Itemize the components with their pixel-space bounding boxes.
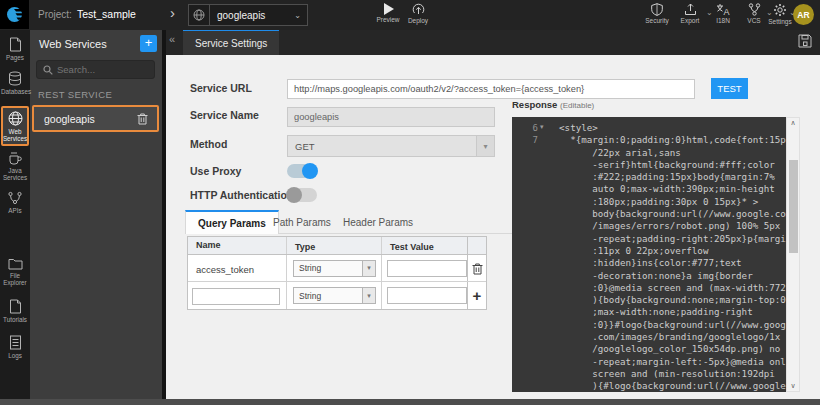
sidebar-item-java-services[interactable]: Java Services [0,151,30,181]
panel-divider [162,29,166,399]
panel-title: Web Services [39,38,107,50]
service-settings-content: Service URL TEST Service Name Method GET… [166,55,820,399]
table-new-row: String▾ + [188,282,486,309]
response-editable-suffix: (Editable) [560,101,594,110]
tab-header-params[interactable]: Header Params [331,210,425,234]
globe-icon [189,5,210,25]
rest-service-section-label: REST SERVICE [38,89,112,100]
service-name-label: Service Name [190,109,259,121]
wavemaker-logo-icon [6,6,23,23]
code-fold-icon[interactable]: ▾ [540,123,544,131]
sidebar-item-file-explorer[interactable]: File Explorer [0,257,30,286]
main-tab-bar: « Service Settings [166,29,820,55]
search-input[interactable] [57,64,145,75]
export-button[interactable]: Export [673,3,707,24]
export-icon [684,3,697,16]
response-label: Response (Editable) [512,99,594,110]
query-params-table: Name Type Test Value access_token String… [187,236,487,310]
new-param-name-input[interactable] [192,288,280,305]
chevron-down-icon: ▾ [362,261,375,276]
tutorial-page-icon [9,299,22,314]
sidebar-item-tutorials[interactable]: Tutorials [0,299,30,323]
api-nodes-icon [8,191,22,205]
add-service-button[interactable]: + [140,35,157,52]
window-bottom-edge [0,399,820,405]
use-proxy-toggle[interactable] [287,164,317,178]
gear-icon [773,3,787,17]
response-code-editor[interactable]: 6 7 ▾ <style> *{margin:0;padding:0}html,… [512,117,786,392]
top-bar: Project: Test_sample › googleapis ⌄ Prev… [0,0,820,30]
column-header-type: Type [286,237,381,254]
column-header-actions [467,237,486,254]
toggle-knob [302,163,318,179]
chevron-down-icon: ⌄ [294,11,301,20]
chevron-down-icon: ▾ [362,288,375,303]
method-select[interactable]: GET ▾ [287,135,495,157]
search-icon [43,65,53,75]
delete-param-button[interactable] [467,255,486,281]
editor-code-text[interactable]: <style> *{margin:0;padding:0}html,code{f… [548,122,782,392]
method-label: Method [190,138,227,150]
folder-icon [8,257,23,270]
scroll-down-icon[interactable]: ∨ [787,382,799,390]
avatar[interactable]: AR [793,4,814,25]
collapse-panel-icon[interactable]: « [169,33,175,45]
column-header-test-value: Test Value [381,237,467,254]
play-icon [383,3,394,15]
param-type-select[interactable]: String▾ [293,260,376,277]
branch-icon [748,3,761,16]
web-services-panel: Web Services + REST SERVICE googleapis [30,29,162,399]
translate-icon: A [716,3,730,16]
table-row: access_token String▾ [188,255,486,282]
deploy-button[interactable]: Deploy [401,3,435,24]
new-param-test-value-input[interactable] [387,287,467,304]
security-button[interactable]: Security [640,3,674,24]
service-name-input[interactable] [287,107,495,127]
logs-document-icon [9,335,22,350]
project-label: Project: [38,9,72,20]
service-selector-value: googleapis [210,10,294,21]
param-name-value: access_token [188,264,254,275]
service-url-label: Service URL [190,82,252,94]
deploy-cloud-up-icon [412,3,425,16]
preview-button[interactable]: Preview [371,3,405,23]
sidebar-item-logs[interactable]: Logs [0,335,30,359]
tab-service-settings[interactable]: Service Settings [183,29,279,55]
coffee-cup-icon [8,151,22,165]
scroll-up-icon[interactable]: ∧ [787,119,799,127]
trash-icon[interactable] [137,112,148,125]
project-name: Test_sample [77,8,136,20]
pages-icon [9,37,22,52]
sidebar-item-apis[interactable]: APIs [0,191,30,214]
sidebar-item-web-services[interactable]: Web Services [1,106,29,146]
app-window: Project: Test_sample › googleapis ⌄ Prev… [0,0,820,405]
breadcrumb-chevron-icon: › [170,4,175,21]
sidebar-item-databases[interactable]: Databases [0,71,30,95]
column-header-name: Name [188,237,286,254]
add-param-button[interactable]: + [467,282,486,309]
use-proxy-label: Use Proxy [190,165,241,177]
svg-text:A: A [724,7,730,16]
editor-line-numbers: 6 7 [512,122,538,147]
http-auth-label: HTTP Authentication [190,189,293,201]
trash-icon [472,262,483,275]
sidebar-item-pages[interactable]: Pages [0,37,30,61]
scrollbar-thumb[interactable] [789,160,798,253]
editor-scrollbar[interactable]: ∧ ∨ [786,117,800,392]
search-box[interactable] [36,60,155,79]
globe-icon [8,111,23,126]
i18n-button[interactable]: A I18N [706,3,740,24]
app-logo[interactable] [0,0,29,29]
service-list-item-googleapis[interactable]: googleapis [32,105,159,132]
chevron-down-icon: ▾ [476,136,494,156]
service-url-input[interactable] [287,79,695,99]
save-icon[interactable] [798,34,812,48]
table-header-row: Name Type Test Value [188,237,486,255]
test-button[interactable]: TEST [711,78,748,99]
http-auth-toggle[interactable] [287,188,317,202]
new-param-type-select[interactable]: String▾ [293,287,376,304]
plus-icon: + [473,287,482,304]
toggle-knob [286,187,302,203]
param-test-value-input[interactable] [387,260,467,277]
service-selector-dropdown[interactable]: googleapis ⌄ [188,4,308,26]
